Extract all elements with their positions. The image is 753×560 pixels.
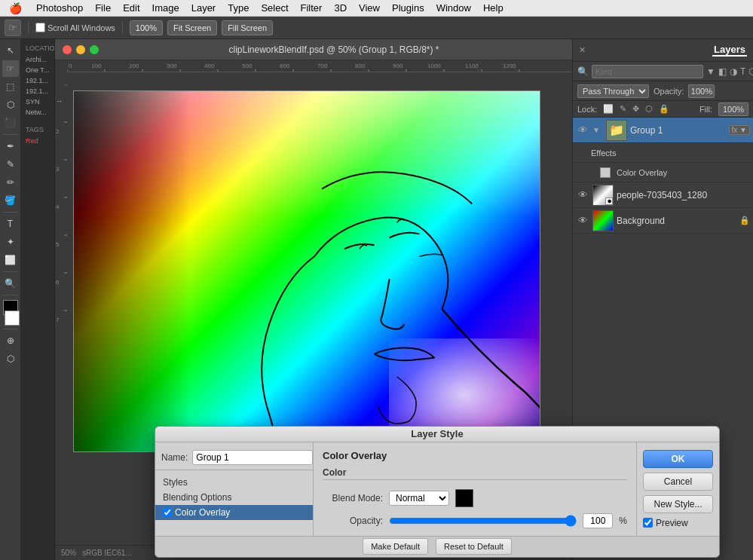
tool-extras[interactable]: ⊕: [2, 332, 19, 349]
preview-label: Preview: [656, 518, 688, 528]
tool-eyedropper[interactable]: ✒: [2, 138, 19, 155]
tool-zoom[interactable]: 🔍: [2, 275, 19, 292]
blend-mode-select[interactable]: Pass Through Normal: [577, 84, 649, 98]
menu-view[interactable]: View: [353, 0, 386, 17]
close-button[interactable]: [63, 45, 72, 54]
minimize-button[interactable]: [76, 45, 85, 54]
group1-fx-badge[interactable]: fx ▼: [729, 125, 750, 135]
apple-menu[interactable]: 🍎: [0, 2, 30, 14]
lock-image-icon[interactable]: ✎: [620, 104, 626, 114]
opacity-slider[interactable]: [389, 515, 577, 527]
menu-image[interactable]: Image: [146, 0, 185, 17]
location-one-t[interactable]: One T...: [23, 65, 53, 75]
tool-crop[interactable]: ⬛: [2, 115, 19, 131]
layers-tab[interactable]: Layers: [712, 44, 747, 57]
svg-text:3: 3: [56, 166, 60, 173]
lock-all-icon[interactable]: 🔒: [659, 104, 669, 114]
dialog-main: Color Overlay Color Blend Mode: Normal D…: [314, 442, 636, 536]
tool-eraser[interactable]: ✏: [2, 174, 19, 191]
menu-help[interactable]: Help: [477, 0, 510, 17]
menu-type[interactable]: Type: [222, 0, 255, 17]
color-overlay-sublayer[interactable]: Color Overlay: [573, 163, 753, 182]
blend-mode-select-dialog[interactable]: Normal Dissolve Multiply Screen Overlay: [389, 491, 449, 506]
tool-lasso[interactable]: ⬡: [2, 96, 19, 113]
sidebar-blending-options[interactable]: Blending Options: [155, 490, 313, 505]
layer-type-icon[interactable]: ◧: [718, 66, 727, 77]
scroll-all-windows-check[interactable]: [35, 23, 45, 32]
tool-separator-3: [3, 271, 18, 272]
tool-path[interactable]: ✦: [2, 234, 19, 250]
tag-red[interactable]: Red: [23, 136, 53, 146]
canvas-image[interactable]: [73, 90, 540, 452]
filter-icon[interactable]: ▼: [706, 66, 715, 77]
shape-icon[interactable]: ⬡: [748, 66, 753, 77]
menu-edit[interactable]: Edit: [117, 0, 145, 17]
layer-background[interactable]: 👁 Background 🔒: [573, 208, 753, 234]
name-input[interactable]: [192, 450, 313, 465]
menu-layer[interactable]: Layer: [185, 0, 222, 17]
menu-3d[interactable]: 3D: [328, 0, 353, 17]
color-profile: sRGB IEC61...: [82, 549, 132, 557]
location-192-2[interactable]: 192.1...: [23, 86, 53, 96]
menu-window[interactable]: Window: [430, 0, 477, 17]
type-icon[interactable]: T: [740, 66, 745, 77]
fill-screen-btn[interactable]: Fill Screen: [222, 20, 273, 35]
menu-filter[interactable]: Filter: [295, 0, 329, 17]
color-overlay-check[interactable]: [163, 508, 172, 517]
group1-expand-icon[interactable]: ▼: [592, 126, 603, 134]
reset-to-default-button[interactable]: Reset to Default: [436, 538, 512, 555]
svg-text:300: 300: [167, 63, 177, 69]
fill-input[interactable]: [718, 103, 748, 116]
menu-photoshop[interactable]: Photoshop: [30, 0, 89, 17]
menu-file[interactable]: File: [89, 0, 117, 17]
menu-select[interactable]: Select: [255, 0, 294, 17]
tool-brush[interactable]: ✎: [2, 156, 19, 173]
panel-close-btn[interactable]: ✕: [579, 45, 586, 55]
menu-bar: 🍎 Photoshop File Edit Image Layer Type S…: [0, 0, 753, 17]
fit-screen-btn[interactable]: Fit Screen: [167, 20, 217, 35]
location-syn[interactable]: SYN: [23, 96, 53, 107]
tools-panel: ↖ ☞ ⬚ ⬡ ⬛ ✒ ✎ ✏ 🪣 T ✦ ⬜ 🔍 ⊕ ⬡: [0, 39, 21, 560]
people-name: people-7035403_1280: [617, 190, 736, 200]
sidebar-color-overlay[interactable]: Color Overlay: [155, 505, 313, 520]
group1-visibility-icon[interactable]: 👁: [576, 124, 589, 137]
location-192-1[interactable]: 192.1...: [23, 75, 53, 86]
tool-type[interactable]: T: [2, 216, 19, 232]
people-visibility-icon[interactable]: 👁: [576, 188, 589, 202]
menu-plugins[interactable]: Plugins: [386, 0, 430, 17]
cancel-button[interactable]: Cancel: [643, 473, 713, 491]
tool-marquee[interactable]: ⬚: [2, 78, 19, 95]
lock-transparent-icon[interactable]: ⬜: [603, 104, 614, 114]
opacity-input[interactable]: [688, 84, 715, 98]
location-netw[interactable]: Netw...: [23, 107, 53, 118]
make-default-button[interactable]: Make Default: [363, 538, 428, 555]
background-color[interactable]: [5, 311, 20, 326]
layer-group1[interactable]: 👁 ▼ 📁 Group 1 fx ▼: [573, 118, 753, 143]
new-style-button[interactable]: New Style...: [643, 495, 713, 513]
lock-artboard-icon[interactable]: ⬡: [645, 104, 653, 114]
sidebar-styles[interactable]: Styles: [155, 475, 313, 490]
scroll-all-windows-checkbox[interactable]: Scroll All Windows: [35, 23, 115, 32]
opacity-dialog-input[interactable]: [583, 513, 613, 528]
adjustment-icon[interactable]: ◑: [730, 66, 737, 77]
tool-hand[interactable]: ☞: [2, 60, 19, 77]
svg-text:800: 800: [355, 63, 366, 69]
color-swatch[interactable]: [455, 489, 473, 507]
background-visibility-icon[interactable]: 👁: [576, 214, 589, 228]
location-archives[interactable]: Archi...: [23, 54, 53, 65]
tool-move[interactable]: ↖: [2, 42, 19, 59]
svg-text:4: 4: [56, 203, 60, 210]
ok-button[interactable]: OK: [643, 450, 713, 468]
maximize-button[interactable]: [90, 45, 99, 54]
zoom-display[interactable]: 100%: [130, 20, 163, 35]
svg-text:100: 100: [91, 63, 102, 69]
layer-people[interactable]: 👁 ⬢ people-7035403_1280 🔒: [573, 182, 753, 208]
lock-position-icon[interactable]: ✥: [632, 104, 639, 114]
preview-checkbox[interactable]: [643, 518, 653, 528]
tool-paint-bucket[interactable]: 🪣: [2, 192, 19, 209]
hand-tool-btn[interactable]: ☞: [5, 20, 21, 36]
folder-icon: 📁: [609, 123, 624, 137]
tool-3d[interactable]: ⬡: [2, 350, 19, 367]
kind-filter-input[interactable]: [592, 65, 703, 78]
tool-shape[interactable]: ⬜: [2, 252, 19, 268]
